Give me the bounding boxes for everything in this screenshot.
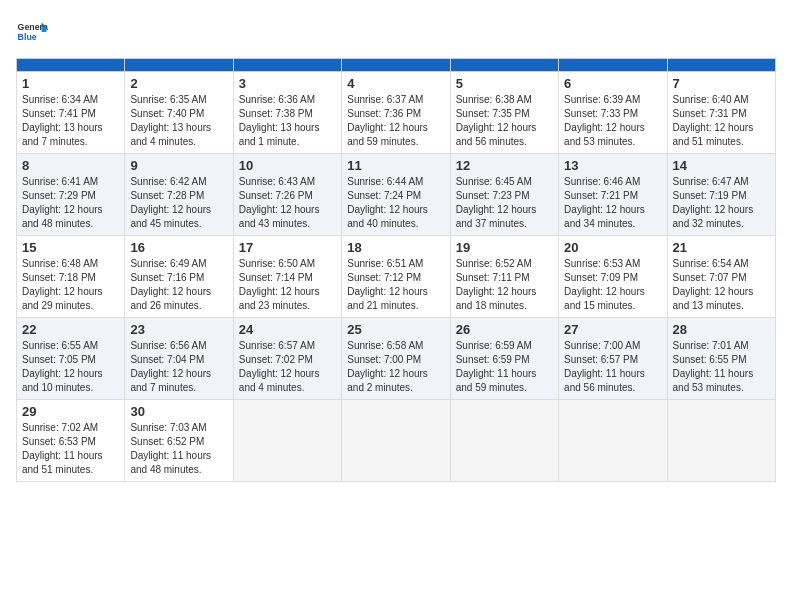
day-23: 23Sunrise: 6:56 AMSunset: 7:04 PMDayligh… — [125, 318, 233, 400]
col-tuesday — [233, 59, 341, 72]
svg-text:Blue: Blue — [18, 32, 37, 42]
day-7: 7Sunrise: 6:40 AMSunset: 7:31 PMDaylight… — [667, 72, 775, 154]
week-row-4: 22Sunrise: 6:55 AMSunset: 7:05 PMDayligh… — [17, 318, 776, 400]
empty-cell — [233, 400, 341, 482]
day-5: 5Sunrise: 6:38 AMSunset: 7:35 PMDaylight… — [450, 72, 558, 154]
empty-cell — [342, 400, 450, 482]
empty-cell — [667, 400, 775, 482]
day-15: 15Sunrise: 6:48 AMSunset: 7:18 PMDayligh… — [17, 236, 125, 318]
day-20: 20Sunrise: 6:53 AMSunset: 7:09 PMDayligh… — [559, 236, 667, 318]
day-28: 28Sunrise: 7:01 AMSunset: 6:55 PMDayligh… — [667, 318, 775, 400]
day-10: 10Sunrise: 6:43 AMSunset: 7:26 PMDayligh… — [233, 154, 341, 236]
day-30: 30Sunrise: 7:03 AMSunset: 6:52 PMDayligh… — [125, 400, 233, 482]
empty-cell — [450, 400, 558, 482]
empty-cell — [559, 400, 667, 482]
svg-marker-3 — [42, 27, 47, 32]
week-row-3: 15Sunrise: 6:48 AMSunset: 7:18 PMDayligh… — [17, 236, 776, 318]
logo-icon: General Blue — [16, 16, 48, 48]
day-12: 12Sunrise: 6:45 AMSunset: 7:23 PMDayligh… — [450, 154, 558, 236]
day-11: 11Sunrise: 6:44 AMSunset: 7:24 PMDayligh… — [342, 154, 450, 236]
day-24: 24Sunrise: 6:57 AMSunset: 7:02 PMDayligh… — [233, 318, 341, 400]
day-3: 3Sunrise: 6:36 AMSunset: 7:38 PMDaylight… — [233, 72, 341, 154]
col-thursday — [450, 59, 558, 72]
col-monday — [125, 59, 233, 72]
week-row-5: 29Sunrise: 7:02 AMSunset: 6:53 PMDayligh… — [17, 400, 776, 482]
day-1: 1Sunrise: 6:34 AMSunset: 7:41 PMDaylight… — [17, 72, 125, 154]
day-21: 21Sunrise: 6:54 AMSunset: 7:07 PMDayligh… — [667, 236, 775, 318]
header-row — [17, 59, 776, 72]
day-22: 22Sunrise: 6:55 AMSunset: 7:05 PMDayligh… — [17, 318, 125, 400]
logo: General Blue — [16, 16, 52, 48]
week-row-1: 1Sunrise: 6:34 AMSunset: 7:41 PMDaylight… — [17, 72, 776, 154]
day-18: 18Sunrise: 6:51 AMSunset: 7:12 PMDayligh… — [342, 236, 450, 318]
col-friday — [559, 59, 667, 72]
day-27: 27Sunrise: 7:00 AMSunset: 6:57 PMDayligh… — [559, 318, 667, 400]
day-4: 4Sunrise: 6:37 AMSunset: 7:36 PMDaylight… — [342, 72, 450, 154]
day-6: 6Sunrise: 6:39 AMSunset: 7:33 PMDaylight… — [559, 72, 667, 154]
day-19: 19Sunrise: 6:52 AMSunset: 7:11 PMDayligh… — [450, 236, 558, 318]
day-13: 13Sunrise: 6:46 AMSunset: 7:21 PMDayligh… — [559, 154, 667, 236]
page-header: General Blue — [16, 16, 776, 48]
day-29: 29Sunrise: 7:02 AMSunset: 6:53 PMDayligh… — [17, 400, 125, 482]
calendar-table: 1Sunrise: 6:34 AMSunset: 7:41 PMDaylight… — [16, 58, 776, 482]
day-25: 25Sunrise: 6:58 AMSunset: 7:00 PMDayligh… — [342, 318, 450, 400]
day-26: 26Sunrise: 6:59 AMSunset: 6:59 PMDayligh… — [450, 318, 558, 400]
day-2: 2Sunrise: 6:35 AMSunset: 7:40 PMDaylight… — [125, 72, 233, 154]
day-17: 17Sunrise: 6:50 AMSunset: 7:14 PMDayligh… — [233, 236, 341, 318]
week-row-2: 8Sunrise: 6:41 AMSunset: 7:29 PMDaylight… — [17, 154, 776, 236]
col-sunday — [17, 59, 125, 72]
day-16: 16Sunrise: 6:49 AMSunset: 7:16 PMDayligh… — [125, 236, 233, 318]
day-9: 9Sunrise: 6:42 AMSunset: 7:28 PMDaylight… — [125, 154, 233, 236]
col-wednesday — [342, 59, 450, 72]
day-14: 14Sunrise: 6:47 AMSunset: 7:19 PMDayligh… — [667, 154, 775, 236]
col-saturday — [667, 59, 775, 72]
day-8: 8Sunrise: 6:41 AMSunset: 7:29 PMDaylight… — [17, 154, 125, 236]
